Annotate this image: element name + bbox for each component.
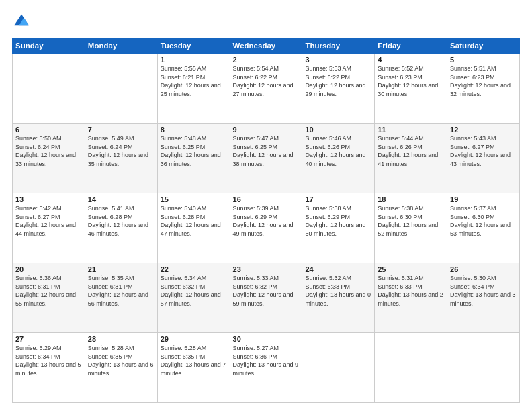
day-header-wednesday: Wednesday xyxy=(230,38,302,54)
calendar-cell: 6Sunrise: 5:50 AMSunset: 6:24 PMDaylight… xyxy=(13,124,85,193)
day-number: 12 xyxy=(450,126,517,134)
calendar-cell xyxy=(375,333,447,403)
day-number: 19 xyxy=(450,195,517,203)
day-info: Sunrise: 5:51 AMSunset: 6:23 PMDaylight:… xyxy=(450,64,517,98)
day-info: Sunrise: 5:38 AMSunset: 6:29 PMDaylight:… xyxy=(305,204,371,238)
day-info: Sunrise: 5:39 AMSunset: 6:29 PMDaylight:… xyxy=(233,204,300,238)
calendar-cell xyxy=(13,54,85,124)
day-info: Sunrise: 5:29 AMSunset: 6:34 PMDaylight:… xyxy=(15,344,82,377)
day-info: Sunrise: 5:40 AMSunset: 6:28 PMDaylight:… xyxy=(161,204,227,238)
day-info: Sunrise: 5:36 AMSunset: 6:31 PMDaylight:… xyxy=(15,274,82,308)
day-number: 14 xyxy=(88,195,154,203)
calendar-cell: 9Sunrise: 5:47 AMSunset: 6:25 PMDaylight… xyxy=(230,124,302,193)
calendar-week-1: 1Sunrise: 5:55 AMSunset: 6:21 PMDaylight… xyxy=(13,54,520,124)
calendar-cell: 29Sunrise: 5:28 AMSunset: 6:35 PMDayligh… xyxy=(157,333,230,403)
day-info: Sunrise: 5:48 AMSunset: 6:25 PMDaylight:… xyxy=(161,134,227,168)
day-number: 5 xyxy=(450,56,517,64)
calendar-cell: 30Sunrise: 5:27 AMSunset: 6:36 PMDayligh… xyxy=(230,333,302,403)
day-info: Sunrise: 5:41 AMSunset: 6:28 PMDaylight:… xyxy=(88,204,154,238)
calendar-cell: 26Sunrise: 5:30 AMSunset: 6:34 PMDayligh… xyxy=(447,263,520,333)
calendar-cell: 27Sunrise: 5:29 AMSunset: 6:34 PMDayligh… xyxy=(13,333,85,403)
day-info: Sunrise: 5:34 AMSunset: 6:32 PMDaylight:… xyxy=(161,274,227,308)
calendar-week-2: 6Sunrise: 5:50 AMSunset: 6:24 PMDaylight… xyxy=(13,124,520,193)
calendar-cell: 13Sunrise: 5:42 AMSunset: 6:27 PMDayligh… xyxy=(13,193,85,263)
calendar: SundayMondayTuesdayWednesdayThursdayFrid… xyxy=(12,38,520,403)
day-info: Sunrise: 5:47 AMSunset: 6:25 PMDaylight:… xyxy=(233,134,300,168)
day-number: 16 xyxy=(233,195,300,203)
calendar-cell: 23Sunrise: 5:33 AMSunset: 6:32 PMDayligh… xyxy=(230,263,302,333)
day-header-saturday: Saturday xyxy=(447,38,520,54)
day-header-thursday: Thursday xyxy=(302,38,375,54)
calendar-cell: 4Sunrise: 5:52 AMSunset: 6:23 PMDaylight… xyxy=(375,54,447,124)
calendar-cell xyxy=(447,333,520,403)
day-info: Sunrise: 5:55 AMSunset: 6:21 PMDaylight:… xyxy=(161,64,227,98)
day-number: 8 xyxy=(161,126,227,134)
calendar-week-3: 13Sunrise: 5:42 AMSunset: 6:27 PMDayligh… xyxy=(13,193,520,263)
day-header-monday: Monday xyxy=(85,38,157,54)
day-info: Sunrise: 5:30 AMSunset: 6:34 PMDaylight:… xyxy=(450,274,517,308)
day-info: Sunrise: 5:27 AMSunset: 6:36 PMDaylight:… xyxy=(233,344,300,377)
day-info: Sunrise: 5:28 AMSunset: 6:35 PMDaylight:… xyxy=(88,344,154,377)
day-number: 29 xyxy=(161,335,227,343)
calendar-cell: 3Sunrise: 5:53 AMSunset: 6:22 PMDaylight… xyxy=(302,54,375,124)
day-number: 23 xyxy=(233,265,300,273)
day-number: 21 xyxy=(88,265,154,273)
calendar-cell: 10Sunrise: 5:46 AMSunset: 6:26 PMDayligh… xyxy=(302,124,375,193)
logo xyxy=(12,12,34,31)
day-number: 17 xyxy=(305,195,371,203)
header xyxy=(12,12,520,31)
day-info: Sunrise: 5:28 AMSunset: 6:35 PMDaylight:… xyxy=(161,344,227,377)
day-number: 30 xyxy=(233,335,300,343)
day-info: Sunrise: 5:49 AMSunset: 6:24 PMDaylight:… xyxy=(88,134,154,168)
day-number: 6 xyxy=(15,126,82,134)
calendar-cell: 15Sunrise: 5:40 AMSunset: 6:28 PMDayligh… xyxy=(157,193,230,263)
day-number: 24 xyxy=(305,265,371,273)
day-info: Sunrise: 5:37 AMSunset: 6:30 PMDaylight:… xyxy=(450,204,517,238)
day-info: Sunrise: 5:52 AMSunset: 6:23 PMDaylight:… xyxy=(378,64,444,98)
day-number: 18 xyxy=(378,195,444,203)
day-number: 4 xyxy=(378,56,444,64)
calendar-cell: 11Sunrise: 5:44 AMSunset: 6:26 PMDayligh… xyxy=(375,124,447,193)
calendar-cell: 1Sunrise: 5:55 AMSunset: 6:21 PMDaylight… xyxy=(157,54,230,124)
calendar-cell: 28Sunrise: 5:28 AMSunset: 6:35 PMDayligh… xyxy=(85,333,157,403)
day-number: 13 xyxy=(15,195,82,203)
day-number: 11 xyxy=(378,126,444,134)
calendar-cell: 17Sunrise: 5:38 AMSunset: 6:29 PMDayligh… xyxy=(302,193,375,263)
day-info: Sunrise: 5:42 AMSunset: 6:27 PMDaylight:… xyxy=(15,204,82,238)
calendar-cell: 14Sunrise: 5:41 AMSunset: 6:28 PMDayligh… xyxy=(85,193,157,263)
day-number: 15 xyxy=(161,195,227,203)
day-info: Sunrise: 5:35 AMSunset: 6:31 PMDaylight:… xyxy=(88,274,154,308)
calendar-cell: 21Sunrise: 5:35 AMSunset: 6:31 PMDayligh… xyxy=(85,263,157,333)
day-header-friday: Friday xyxy=(375,38,447,54)
day-number: 1 xyxy=(161,56,227,64)
calendar-cell: 20Sunrise: 5:36 AMSunset: 6:31 PMDayligh… xyxy=(13,263,85,333)
day-info: Sunrise: 5:38 AMSunset: 6:30 PMDaylight:… xyxy=(378,204,444,238)
day-info: Sunrise: 5:53 AMSunset: 6:22 PMDaylight:… xyxy=(305,64,371,98)
calendar-cell: 22Sunrise: 5:34 AMSunset: 6:32 PMDayligh… xyxy=(157,263,230,333)
day-number: 9 xyxy=(233,126,300,134)
calendar-cell: 5Sunrise: 5:51 AMSunset: 6:23 PMDaylight… xyxy=(447,54,520,124)
day-info: Sunrise: 5:54 AMSunset: 6:22 PMDaylight:… xyxy=(233,64,300,98)
day-number: 7 xyxy=(88,126,154,134)
calendar-cell: 19Sunrise: 5:37 AMSunset: 6:30 PMDayligh… xyxy=(447,193,520,263)
calendar-cell: 12Sunrise: 5:43 AMSunset: 6:27 PMDayligh… xyxy=(447,124,520,193)
day-number: 22 xyxy=(161,265,227,273)
day-number: 20 xyxy=(15,265,82,273)
calendar-cell: 16Sunrise: 5:39 AMSunset: 6:29 PMDayligh… xyxy=(230,193,302,263)
day-number: 26 xyxy=(450,265,517,273)
calendar-cell: 24Sunrise: 5:32 AMSunset: 6:33 PMDayligh… xyxy=(302,263,375,333)
calendar-cell xyxy=(85,54,157,124)
logo-icon xyxy=(12,12,31,31)
calendar-header-row: SundayMondayTuesdayWednesdayThursdayFrid… xyxy=(13,38,520,54)
day-info: Sunrise: 5:44 AMSunset: 6:26 PMDaylight:… xyxy=(378,134,444,168)
calendar-cell: 18Sunrise: 5:38 AMSunset: 6:30 PMDayligh… xyxy=(375,193,447,263)
day-number: 28 xyxy=(88,335,154,343)
day-info: Sunrise: 5:32 AMSunset: 6:33 PMDaylight:… xyxy=(305,274,371,308)
calendar-cell: 7Sunrise: 5:49 AMSunset: 6:24 PMDaylight… xyxy=(85,124,157,193)
calendar-cell: 8Sunrise: 5:48 AMSunset: 6:25 PMDaylight… xyxy=(157,124,230,193)
calendar-week-4: 20Sunrise: 5:36 AMSunset: 6:31 PMDayligh… xyxy=(13,263,520,333)
day-number: 3 xyxy=(305,56,371,64)
page: SundayMondayTuesdayWednesdayThursdayFrid… xyxy=(0,0,532,411)
day-number: 27 xyxy=(15,335,82,343)
day-info: Sunrise: 5:50 AMSunset: 6:24 PMDaylight:… xyxy=(15,134,82,168)
